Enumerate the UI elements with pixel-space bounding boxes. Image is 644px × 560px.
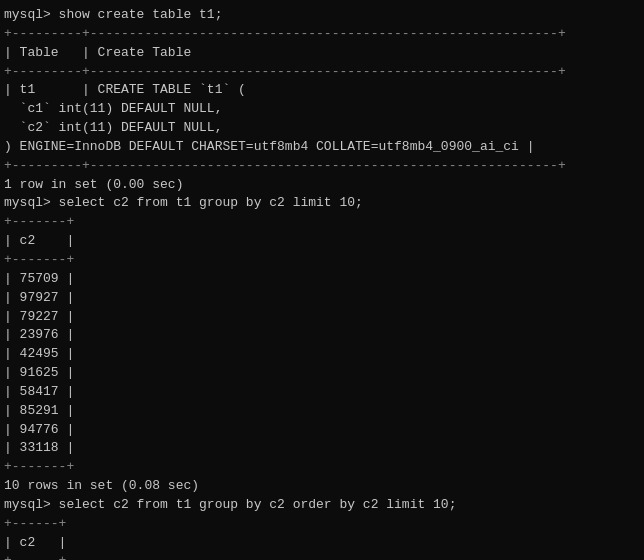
terminal-line: | 58417 | (4, 383, 640, 402)
terminal-line: ) ENGINE=InnoDB DEFAULT CHARSET=utf8mb4 … (4, 138, 640, 157)
terminal-line: +-------+ (4, 458, 640, 477)
terminal-line: | c2 | (4, 232, 640, 251)
terminal-line: +------+ (4, 552, 640, 560)
terminal-line: | c2 | (4, 534, 640, 553)
terminal-line: | 79227 | (4, 308, 640, 327)
terminal-line: 10 rows in set (0.08 sec) (4, 477, 640, 496)
terminal-line: +-------+ (4, 213, 640, 232)
terminal-window: mysql> show create table t1;+---------+-… (0, 0, 644, 560)
terminal-line: +------+ (4, 515, 640, 534)
terminal-line: `c1` int(11) DEFAULT NULL, (4, 100, 640, 119)
terminal-line: | 85291 | (4, 402, 640, 421)
terminal-line: | Table | Create Table (4, 44, 640, 63)
terminal-output: mysql> show create table t1;+---------+-… (4, 6, 640, 560)
terminal-line: +-------+ (4, 251, 640, 270)
terminal-line: | 91625 | (4, 364, 640, 383)
terminal-line: | 97927 | (4, 289, 640, 308)
terminal-line: | 23976 | (4, 326, 640, 345)
terminal-line: | 94776 | (4, 421, 640, 440)
terminal-line: | 75709 | (4, 270, 640, 289)
terminal-line: mysql> select c2 from t1 group by c2 lim… (4, 194, 640, 213)
terminal-line: | 42495 | (4, 345, 640, 364)
terminal-line: mysql> select c2 from t1 group by c2 ord… (4, 496, 640, 515)
terminal-line: mysql> show create table t1; (4, 6, 640, 25)
terminal-line: | t1 | CREATE TABLE `t1` ( (4, 81, 640, 100)
terminal-line: +---------+-----------------------------… (4, 63, 640, 82)
terminal-line: +---------+-----------------------------… (4, 25, 640, 44)
terminal-line: `c2` int(11) DEFAULT NULL, (4, 119, 640, 138)
terminal-line: | 33118 | (4, 439, 640, 458)
terminal-line: +---------+-----------------------------… (4, 157, 640, 176)
terminal-line: 1 row in set (0.00 sec) (4, 176, 640, 195)
